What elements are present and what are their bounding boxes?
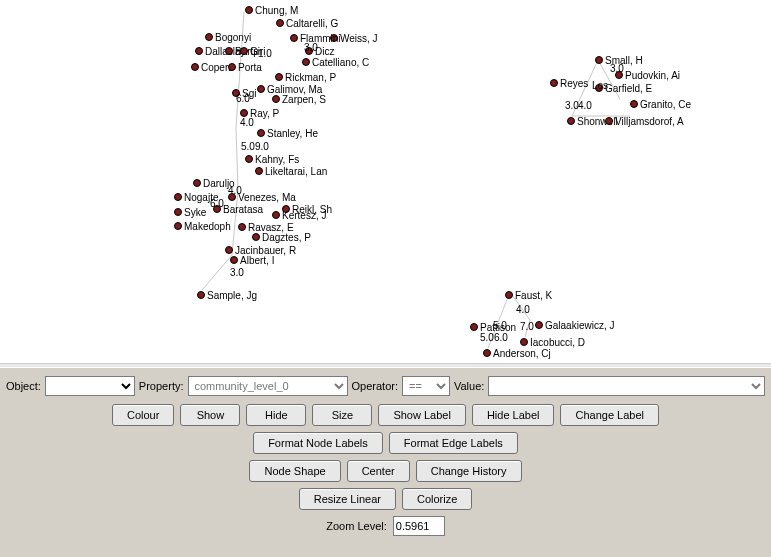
colour-button[interactable]: Colour (112, 404, 174, 426)
edge-weight-label: 3.0 (610, 63, 624, 74)
edge-weight-label: 7.0 (520, 321, 534, 332)
edge-weight-label: 5.0 (480, 332, 494, 343)
change-history-button[interactable]: Change History (416, 460, 522, 482)
size-button[interactable]: Size (312, 404, 372, 426)
edge-weight-label: 4.0 (228, 185, 242, 196)
change-label-button[interactable]: Change Label (560, 404, 659, 426)
graph-canvas[interactable]: Small, HPudovkin, AiGarfield, EReyesLosG… (0, 0, 771, 363)
graph-node[interactable]: Stanley, He (257, 128, 318, 139)
graph-node[interactable]: Rickman, P (275, 72, 336, 83)
edge-weight-label: 6.0 (210, 198, 224, 209)
graph-node[interactable]: Chung, M (245, 5, 298, 16)
show-button[interactable]: Show (180, 404, 240, 426)
graph-node[interactable]: Makedoph (174, 221, 231, 232)
graph-node[interactable]: Villjamsdorof, A (605, 116, 684, 127)
edge-weight-label: 4.0 (240, 117, 254, 128)
graph-node[interactable]: Galaakiewicz, J (535, 320, 614, 331)
graph-node[interactable]: Copers (191, 62, 233, 73)
format-node-labels-button[interactable]: Format Node Labels (253, 432, 383, 454)
graph-node[interactable]: Faust, K (505, 290, 552, 301)
show-label-button[interactable]: Show Label (378, 404, 466, 426)
hide-button[interactable]: Hide (246, 404, 306, 426)
graph-node[interactable]: Anderson, Cj (483, 348, 551, 359)
operator-label: Operator: (352, 380, 398, 392)
center-button[interactable]: Center (347, 460, 410, 482)
node-shape-button[interactable]: Node Shape (249, 460, 340, 482)
object-label: Object: (6, 380, 41, 392)
graph-node[interactable]: Zarpen, S (272, 94, 326, 105)
graph-node[interactable]: Kahny, Fs (245, 154, 299, 165)
zoom-input[interactable] (393, 516, 445, 536)
graph-node[interactable]: Syke (174, 207, 206, 218)
filter-row: Object: Property: community_level_0 Oper… (0, 368, 771, 402)
property-label: Property: (139, 380, 184, 392)
graph-node[interactable]: Porta (228, 62, 262, 73)
svg-line-3 (202, 255, 232, 290)
graph-node[interactable]: Likeltarai, Lan (255, 166, 327, 177)
control-panel: Object: Property: community_level_0 Oper… (0, 367, 771, 557)
graph-node[interactable]: Kertesz, J (272, 210, 326, 221)
zoom-label: Zoom Level: (326, 520, 387, 532)
hide-label-button[interactable]: Hide Label (472, 404, 555, 426)
graph-node[interactable]: Caltarelli, G (276, 18, 338, 29)
edge-weight-label: 1.0 (258, 48, 272, 59)
edge-weight-label: 4.0 (516, 304, 530, 315)
edge-weight-label: 6.0 (494, 332, 508, 343)
graph-node[interactable]: Catelliano, C (302, 57, 369, 68)
operator-select[interactable]: == (402, 376, 450, 396)
edge-weight-label: 4.0 (578, 100, 592, 111)
graph-node[interactable]: Albert, I (230, 255, 274, 266)
edge-weight-label: 6.0 (236, 93, 250, 104)
value-label: Value: (454, 380, 484, 392)
graph-node[interactable]: Dagztes, P (252, 232, 311, 243)
edge-weight-label: 5.09.0 (241, 141, 269, 152)
edge-weight-label: 3.0 (304, 42, 318, 53)
graph-node[interactable]: Sample, Jg (197, 290, 257, 301)
svg-line-1 (236, 128, 238, 190)
resize-linear-button[interactable]: Resize Linear (299, 488, 396, 510)
value-select[interactable] (488, 376, 765, 396)
graph-node[interactable]: Pudovkin, Ai (615, 70, 680, 81)
property-select[interactable]: community_level_0 (188, 376, 348, 396)
format-edge-labels-button[interactable]: Format Edge Labels (389, 432, 518, 454)
object-select[interactable] (45, 376, 135, 396)
graph-node[interactable]: Iacobucci, D (520, 337, 585, 348)
graph-node[interactable]: Reyes (550, 78, 588, 89)
edge-weight-label: 3.0 (230, 267, 244, 278)
graph-node[interactable]: Granito, Ce (630, 99, 691, 110)
graph-node[interactable]: Bogonyi (205, 32, 251, 43)
colorize-button[interactable]: Colorize (402, 488, 472, 510)
graph-edges (0, 0, 771, 363)
graph-node[interactable]: Los (592, 80, 608, 91)
edge-weight-label: 5.0 (493, 320, 507, 331)
edge-weight-label: 3.0 (565, 100, 579, 111)
